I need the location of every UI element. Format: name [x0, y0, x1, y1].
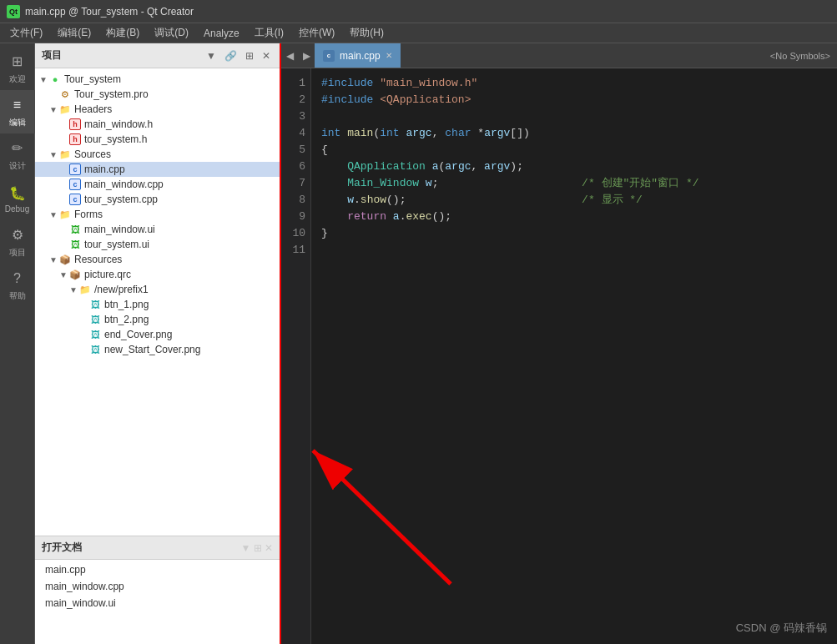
debug-icon: 🐛: [8, 184, 27, 202]
menu-bar: 文件(F) 编辑(E) 构建(B) 调试(D) Analyze 工具(I) 控件…: [0, 23, 837, 43]
icon-png-btn1: 🖼: [88, 299, 102, 310]
expand-arrow-sources: ▼: [48, 150, 58, 159]
doc-item-main-window-cpp[interactable]: main_window.cpp: [35, 578, 280, 595]
editor-area: ◀ ▶ c main.cpp ✕ <No Symbols> 1 2 3 4 5 …: [281, 43, 837, 644]
tree-item-tour-pro[interactable]: ⚙ Tour_system.pro: [35, 87, 280, 102]
project-panel-title: 项目: [42, 48, 62, 63]
tree-item-end-cover-png[interactable]: 🖼 end_Cover.png: [35, 327, 280, 342]
tree-item-new-start-cover-png[interactable]: 🖼 new_Start_Cover.png: [35, 342, 280, 357]
tab-next-btn[interactable]: ▶: [298, 43, 315, 68]
sidebar-label-edit: 编辑: [9, 117, 26, 128]
tree-item-tour-system-h[interactable]: h tour_system.h: [35, 132, 280, 147]
editor-tab-close[interactable]: ✕: [386, 51, 392, 60]
title-bar: Qt main.cpp @ Tour_system - Qt Creator: [0, 0, 837, 23]
line-numbers: 1 2 3 4 5 6 7 8 9 10 11: [281, 68, 311, 644]
label-tour-system-cpp: tour_system.cpp: [84, 194, 158, 205]
open-docs-title: 打开文档: [42, 541, 82, 555]
icon-cpp-main-window: c: [68, 179, 82, 190]
code-line-4: int main(int argc, char *argv[]): [321, 125, 827, 142]
tree-item-tour-system-ui[interactable]: 🖼 tour_system.ui: [35, 237, 280, 252]
menu-file[interactable]: 文件(F): [3, 24, 49, 42]
tree-item-picture-qrc[interactable]: ▼ 📦 picture.qrc: [35, 267, 280, 282]
menu-edit[interactable]: 编辑(E): [51, 24, 98, 42]
tree-item-sources[interactable]: ▼ 📁 Sources: [35, 147, 280, 162]
sidebar-item-design[interactable]: ✏ 设计: [0, 133, 35, 177]
menu-debug[interactable]: 调试(D): [148, 24, 195, 42]
code-content[interactable]: #include "main_window.h" #include <QAppl…: [311, 68, 837, 644]
open-docs-add-icon[interactable]: ⊞: [254, 542, 262, 554]
label-btn-1-png: btn_1.png: [104, 299, 149, 310]
doc-item-main-window-ui[interactable]: main_window.ui: [35, 595, 280, 611]
open-docs-menu-icon[interactable]: ▼: [240, 542, 250, 554]
watermark: CSDN @ 码辣香锅: [736, 621, 827, 636]
tree-item-headers[interactable]: ▼ 📁 Headers: [35, 102, 280, 117]
close-panel-icon[interactable]: ✕: [260, 49, 273, 63]
project-tree[interactable]: ▼ ● Tour_system ⚙ Tour_system.pro ▼ 📁 He…: [35, 68, 280, 536]
icon-ui-main-window: 🖼: [68, 224, 82, 235]
filter-icon[interactable]: ▼: [204, 49, 219, 63]
label-tour-pro: Tour_system.pro: [74, 88, 149, 100]
tree-item-tour-system[interactable]: ▼ ● Tour_system: [35, 72, 280, 87]
menu-tools[interactable]: 工具(I): [248, 24, 290, 42]
open-docs-close-icon[interactable]: ✕: [265, 542, 273, 554]
code-line-2: #include <QApplication>: [321, 92, 827, 108]
expand-arrow-forms: ▼: [48, 210, 58, 219]
link-icon[interactable]: 🔗: [222, 49, 240, 63]
code-line-8: w.show(); /* 显示 */: [321, 192, 827, 209]
menu-controls[interactable]: 控件(W): [292, 24, 341, 42]
tree-item-main-window-cpp[interactable]: c main_window.cpp: [35, 177, 280, 192]
tree-item-resources[interactable]: ▼ 📦 Resources: [35, 252, 280, 267]
tree-item-tour-system-cpp[interactable]: c tour_system.cpp: [35, 192, 280, 207]
label-sources: Sources: [74, 148, 111, 160]
doc-item-main-cpp[interactable]: main.cpp: [35, 561, 280, 578]
open-docs-header: 打开文档 ▼ ⊞ ✕: [35, 536, 280, 560]
expand-arrow-picture-qrc: ▼: [58, 270, 68, 279]
symbols-placeholder: <No Symbols>: [764, 43, 837, 68]
expand-arrow-tour-system: ▼: [38, 75, 48, 84]
code-line-5: {: [321, 142, 827, 158]
icon-pro-file: ⚙: [58, 88, 72, 100]
tree-item-main-window-h[interactable]: h main_window.h: [35, 117, 280, 132]
code-line-10: }: [321, 225, 827, 242]
label-tour-system-ui: tour_system.ui: [84, 239, 149, 250]
tree-item-btn-1-png[interactable]: 🖼 btn_1.png: [35, 297, 280, 312]
design-icon: ✏: [8, 139, 27, 158]
sidebar-item-project[interactable]: ⚙ 项目: [0, 220, 35, 264]
code-line-1: #include "main_window.h": [321, 75, 827, 92]
tree-item-forms[interactable]: ▼ 📁 Forms: [35, 207, 280, 222]
project-icon: ⚙: [8, 226, 27, 244]
tree-item-btn-2-png[interactable]: 🖼 btn_2.png: [35, 312, 280, 327]
sidebar-item-debug[interactable]: 🐛 Debug: [0, 177, 35, 220]
label-end-cover-png: end_Cover.png: [104, 329, 172, 340]
icon-png-end-cover: 🖼: [88, 329, 102, 340]
cpp-file-icon: c: [323, 50, 335, 62]
label-resources: Resources: [74, 254, 122, 265]
icon-qrc-picture: 📦: [68, 269, 82, 280]
sidebar-label-design: 设计: [9, 160, 26, 172]
add-icon[interactable]: ⊞: [243, 49, 256, 63]
editor-tab-main-cpp[interactable]: c main.cpp ✕: [315, 43, 401, 68]
tree-item-new-prefix1[interactable]: ▼ 📁 /new/prefix1: [35, 282, 280, 297]
sidebar-item-edit[interactable]: ≡ 编辑: [0, 90, 35, 133]
sidebar-item-welcome[interactable]: ⊞ 欢迎: [0, 47, 35, 90]
main-layout: ⊞ 欢迎 ≡ 编辑 ✏ 设计 🐛 Debug ⚙ 项目 ? 帮助 项目 ▼: [0, 43, 837, 644]
tree-item-main-cpp[interactable]: c main.cpp: [35, 162, 280, 177]
tab-prev-btn[interactable]: ◀: [281, 43, 298, 68]
icon-png-btn2: 🖼: [88, 314, 102, 325]
label-main-window-ui: main_window.ui: [84, 224, 155, 235]
label-btn-2-png: btn_2.png: [104, 314, 149, 325]
code-editor[interactable]: 1 2 3 4 5 6 7 8 9 10 11 #include "main_w…: [281, 68, 837, 644]
code-line-3: [321, 108, 827, 125]
tree-item-main-window-ui[interactable]: 🖼 main_window.ui: [35, 222, 280, 237]
sidebar-item-help[interactable]: ? 帮助: [0, 264, 35, 307]
label-new-prefix1: /new/prefix1: [94, 284, 149, 295]
menu-analyze[interactable]: Analyze: [197, 26, 246, 41]
sidebar-icons: ⊞ 欢迎 ≡ 编辑 ✏ 设计 🐛 Debug ⚙ 项目 ? 帮助: [0, 43, 35, 644]
expand-arrow-resources: ▼: [48, 255, 58, 264]
menu-help[interactable]: 帮助(H): [343, 24, 391, 42]
icon-folder-resources: 📦: [58, 254, 72, 265]
menu-build[interactable]: 构建(B): [99, 24, 146, 42]
icon-png-new-start-cover: 🖼: [88, 344, 102, 355]
editor-tab-bar: ◀ ▶ c main.cpp ✕ <No Symbols>: [281, 43, 837, 68]
label-main-window-h: main_window.h: [84, 118, 153, 130]
